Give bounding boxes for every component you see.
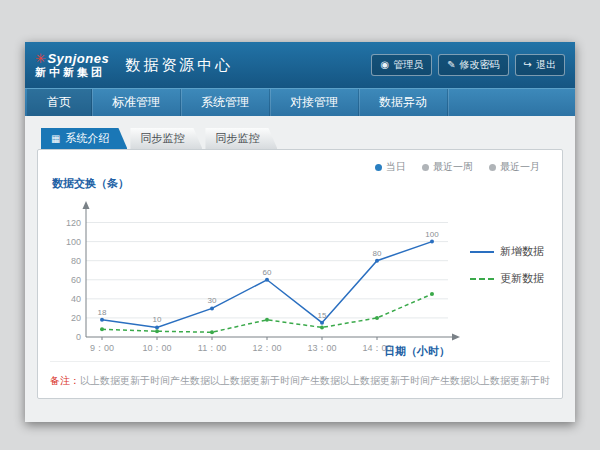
svg-text:120: 120 [66,218,81,228]
logout-button[interactable]: ↪ 退出 [515,54,565,76]
topbar-actions: ◉ 管理员 ✎ 修改密码 ↪ 退出 [371,54,565,76]
nav-item-connect-mgmt[interactable]: 对接管理 [270,89,359,116]
legend-updated-data: 更新数据 [470,271,544,286]
logo-subtitle: 新中新集团 [35,66,109,78]
tab-sync-monitor-1[interactable]: 同步监控 [130,128,202,149]
tab-sync-monitor-2[interactable]: 同步监控 [205,128,277,149]
series-label: 新增数据 [500,244,544,259]
series-label: 更新数据 [500,271,544,286]
filter-last-week[interactable]: 最近一周 [422,160,473,174]
logout-label: 退出 [536,58,556,72]
svg-text:13：00: 13：00 [307,343,336,353]
filter-today[interactable]: 当日 [375,160,406,174]
svg-text:100: 100 [66,237,81,247]
legend-new-data: 新增数据 [470,244,544,259]
svg-text:12：00: 12：00 [252,343,281,353]
filter-label: 最近一月 [500,160,540,174]
filter-label: 最近一周 [433,160,473,174]
svg-text:60: 60 [71,275,81,285]
tab-bar: ▦ 系统介绍 同步监控 同步监控 [41,128,563,149]
svg-text:20: 20 [71,313,81,323]
grid-icon: ▦ [51,134,60,144]
top-bar: ✳Synjones 新中新集团 数据资源中心 ◉ 管理员 ✎ 修改密码 ↪ 退出 [25,42,575,88]
nav-item-data-change[interactable]: 数据异动 [359,89,448,116]
logout-icon: ↪ [524,60,532,70]
user-button-label: 管理员 [393,58,423,72]
svg-text:80: 80 [373,249,382,258]
tab-label: 同步监控 [215,131,259,146]
change-password-button[interactable]: ✎ 修改密码 [438,54,508,76]
filter-label: 当日 [386,160,406,174]
filter-last-month[interactable]: 最近一月 [489,160,540,174]
dot-icon [375,164,382,171]
pencil-icon: ✎ [447,60,455,70]
svg-text:9：00: 9：00 [90,343,114,353]
page-title: 数据资源中心 [125,56,233,75]
svg-text:0: 0 [76,332,81,342]
nav-item-home[interactable]: 首页 [27,89,92,116]
nav-item-system-mgmt[interactable]: 系统管理 [181,89,270,116]
chart-row: 0204060801001209：0010：0011：0012：0013：001… [48,193,552,365]
svg-text:30: 30 [208,296,217,305]
svg-text:60: 60 [263,268,272,277]
svg-text:100: 100 [425,230,439,239]
main-nav: 首页 标准管理 系统管理 对接管理 数据异动 [25,88,575,116]
chart-panel: 当日 最近一周 最近一月 数据交换（条） 0204060801001209：00… [37,149,563,399]
svg-text:18: 18 [98,308,107,317]
svg-text:15: 15 [318,311,327,320]
solid-line-icon [470,251,494,253]
footnote-label: 备注： [50,375,80,386]
user-button[interactable]: ◉ 管理员 [371,54,432,76]
desktop-background: ✳Synjones 新中新集团 数据资源中心 ◉ 管理员 ✎ 修改密码 ↪ 退出 [0,0,600,450]
line-chart: 0204060801001209：0010：0011：0012：0013：001… [48,193,468,365]
tab-label: 系统介绍 [65,131,109,146]
svg-text:80: 80 [71,256,81,266]
svg-text:10: 10 [153,315,162,324]
y-axis-title: 数据交换（条） [52,176,552,191]
svg-text:10：00: 10：00 [142,343,171,353]
footnote-text: 以上数据更新于时间产生数据以上数据更新于时间产生数据以上数据更新于时间产生数据以… [80,375,550,386]
time-range-filters: 当日 最近一周 最近一月 [375,160,540,174]
nav-item-standard-mgmt[interactable]: 标准管理 [92,89,181,116]
dot-icon [489,164,496,171]
content-area: ▦ 系统介绍 同步监控 同步监控 当日 [25,116,575,399]
tab-system-intro[interactable]: ▦ 系统介绍 [41,128,127,149]
logo: ✳Synjones 新中新集团 [35,52,109,78]
x-axis-title: 日期（小时） [384,344,450,359]
dashed-line-icon [470,278,494,280]
change-password-label: 修改密码 [460,58,500,72]
svg-text:11：00: 11：00 [198,343,226,353]
dot-icon [422,164,429,171]
tab-label: 同步监控 [140,131,184,146]
footnote: 备注：以上数据更新于时间产生数据以上数据更新于时间产生数据以上数据更新于时间产生… [50,361,550,388]
logo-star-icon: ✳ [35,51,46,66]
series-legend: 新增数据 更新数据 [470,244,544,286]
app-window: ✳Synjones 新中新集团 数据资源中心 ◉ 管理员 ✎ 修改密码 ↪ 退出 [25,42,575,422]
svg-text:40: 40 [71,294,81,304]
logo-text: Synjones [47,51,109,66]
user-icon: ◉ [380,60,389,70]
